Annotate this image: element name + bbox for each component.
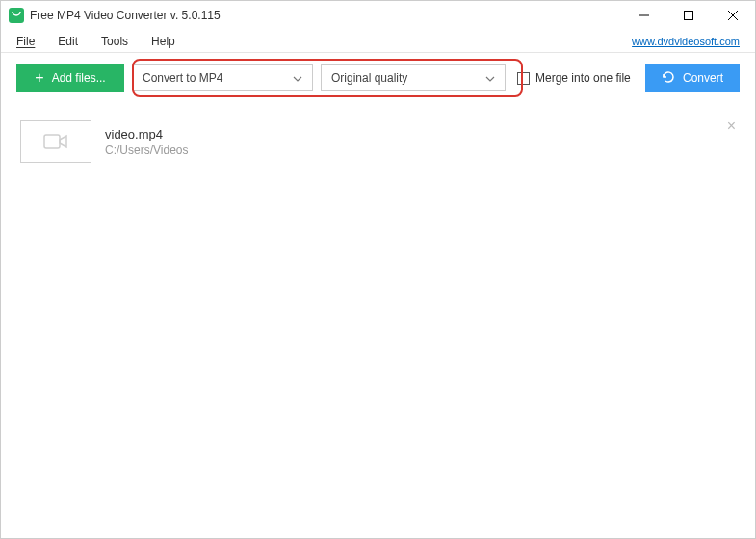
- add-files-button[interactable]: + Add files...: [16, 64, 124, 92]
- svg-rect-1: [685, 12, 693, 20]
- convert-label: Convert: [683, 71, 723, 85]
- maximize-button[interactable]: [666, 1, 711, 30]
- app-window: Free MP4 Video Converter v. 5.0.115 File…: [0, 0, 756, 539]
- menubar: File Edit Tools Help www.dvdvideosoft.co…: [1, 30, 755, 53]
- video-icon: [43, 132, 68, 151]
- quality-dropdown-value: Original quality: [331, 71, 407, 85]
- add-files-label: Add files...: [52, 71, 106, 85]
- merge-checkbox[interactable]: [517, 72, 530, 85]
- merge-label: Merge into one file: [535, 71, 631, 85]
- file-list: video.mp4 C:/Users/Videos ×: [1, 103, 755, 538]
- window-controls: [622, 1, 755, 30]
- refresh-icon: [662, 70, 675, 87]
- app-icon: [9, 8, 24, 23]
- merge-checkbox-wrap[interactable]: Merge into one file: [517, 71, 631, 85]
- window-title: Free MP4 Video Converter v. 5.0.115: [30, 9, 221, 22]
- website-link[interactable]: www.dvdvideosoft.com: [632, 36, 745, 47]
- minimize-button[interactable]: [622, 1, 666, 30]
- menu-tools[interactable]: Tools: [90, 35, 140, 48]
- file-name: video.mp4: [105, 127, 188, 141]
- menu-edit[interactable]: Edit: [46, 35, 90, 48]
- file-info: video.mp4 C:/Users/Videos: [105, 127, 188, 157]
- file-row[interactable]: video.mp4 C:/Users/Videos ×: [16, 113, 740, 170]
- svg-rect-4: [44, 135, 60, 148]
- video-thumbnail: [20, 120, 91, 163]
- close-button[interactable]: [711, 1, 755, 30]
- file-path: C:/Users/Videos: [105, 143, 188, 157]
- format-dropdown[interactable]: Convert to MP4: [132, 64, 313, 91]
- chevron-down-icon: [485, 71, 495, 85]
- titlebar: Free MP4 Video Converter v. 5.0.115: [1, 1, 755, 30]
- format-dropdown-value: Convert to MP4: [143, 71, 222, 85]
- toolbar: + Add files... Convert to MP4 Original q…: [1, 53, 755, 103]
- convert-button[interactable]: Convert: [645, 64, 740, 92]
- menu-file[interactable]: File: [11, 35, 46, 48]
- plus-icon: +: [35, 70, 43, 86]
- quality-dropdown[interactable]: Original quality: [321, 64, 506, 91]
- chevron-down-icon: [293, 71, 302, 85]
- remove-file-button[interactable]: ×: [727, 118, 736, 134]
- menu-help[interactable]: Help: [140, 35, 187, 48]
